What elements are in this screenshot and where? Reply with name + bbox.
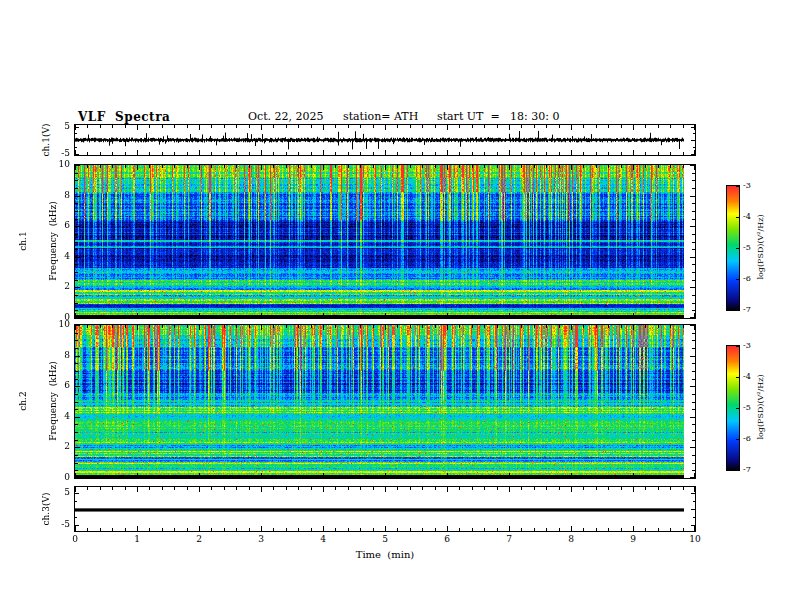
ch1-frequency-axis-label: ch.1 Frequency (kHz) bbox=[0, 201, 78, 280]
colorbar-tick-label: -6 bbox=[743, 434, 751, 443]
voltage-tick-label: 5 bbox=[44, 487, 70, 498]
time-tick-label: 10 bbox=[689, 534, 700, 545]
freq-tick-label: 4 bbox=[44, 411, 70, 422]
ch2-frequency-axis-line2: Frequency (kHz) bbox=[48, 361, 58, 440]
ch2-frequency-axis-label: ch.2 Frequency (kHz) bbox=[0, 361, 78, 440]
colorbar-tick-label: -4 bbox=[743, 372, 751, 381]
colorbar-ch1-label: log(PSD)(V²/Hz) bbox=[756, 214, 766, 279]
colorbar-tick-label: -7 bbox=[743, 465, 751, 474]
freq-tick-label: 6 bbox=[44, 380, 70, 391]
time-tick-label: 5 bbox=[382, 534, 388, 545]
vlf-spectra-figure: VLF Spectra Oct. 22, 2025 station= ATH s… bbox=[0, 0, 792, 612]
ch1-frequency-axis-line2: Frequency (kHz) bbox=[48, 201, 58, 280]
time-axis-label: Time (min) bbox=[356, 549, 415, 560]
colorbar-tick-label: -6 bbox=[743, 274, 751, 283]
colorbar-ch2 bbox=[726, 345, 740, 471]
ch1-waveform-panel bbox=[74, 124, 696, 156]
freq-tick-label: 10 bbox=[44, 319, 70, 330]
start-ut-label: start UT = 18: 30: 0 bbox=[437, 110, 560, 123]
time-tick-label: 8 bbox=[568, 534, 574, 545]
colorbar-tick-label: -3 bbox=[743, 341, 751, 350]
freq-tick-label: 6 bbox=[44, 220, 70, 231]
colorbar-tick-label: -5 bbox=[743, 243, 751, 252]
freq-tick-label: 2 bbox=[44, 441, 70, 452]
ch1-frequency-axis-line1: ch.1 bbox=[18, 201, 28, 280]
time-tick-label: 2 bbox=[196, 534, 202, 545]
voltage-tick-label: -5 bbox=[44, 148, 70, 159]
colorbar-ch2-label: log(PSD)(V²/Hz) bbox=[756, 374, 766, 439]
time-tick-label: 4 bbox=[320, 534, 326, 545]
ch2-spectrogram-panel bbox=[74, 324, 696, 479]
colorbar-tick-label: -5 bbox=[743, 403, 751, 412]
colorbar-tick-label: -3 bbox=[743, 181, 751, 190]
colorbar-tick-label: -4 bbox=[743, 212, 751, 221]
figure-title: VLF Spectra bbox=[78, 110, 170, 124]
freq-tick-label: 0 bbox=[44, 472, 70, 483]
colorbar-ch1 bbox=[726, 185, 740, 311]
time-tick-label: 0 bbox=[72, 534, 78, 545]
freq-tick-label: 10 bbox=[44, 159, 70, 170]
time-tick-label: 1 bbox=[134, 534, 140, 545]
time-tick-label: 9 bbox=[630, 534, 636, 545]
voltage-tick-label: -5 bbox=[44, 519, 70, 530]
freq-tick-label: 4 bbox=[44, 251, 70, 262]
ch2-frequency-axis-line1: ch.2 bbox=[18, 361, 28, 440]
freq-tick-label: 8 bbox=[44, 190, 70, 201]
colorbar-tick-label: -7 bbox=[743, 305, 751, 314]
station-label: station= ATH bbox=[343, 110, 418, 123]
time-tick-label: 7 bbox=[506, 534, 512, 545]
time-tick-label: 3 bbox=[258, 534, 264, 545]
ch1-spectrogram-panel bbox=[74, 164, 696, 319]
time-tick-label: 6 bbox=[444, 534, 450, 545]
freq-tick-label: 2 bbox=[44, 281, 70, 292]
date-label: Oct. 22, 2025 bbox=[248, 110, 324, 123]
ch3-waveform-panel bbox=[74, 486, 696, 532]
voltage-tick-label: 5 bbox=[44, 121, 70, 132]
freq-tick-label: 8 bbox=[44, 350, 70, 361]
